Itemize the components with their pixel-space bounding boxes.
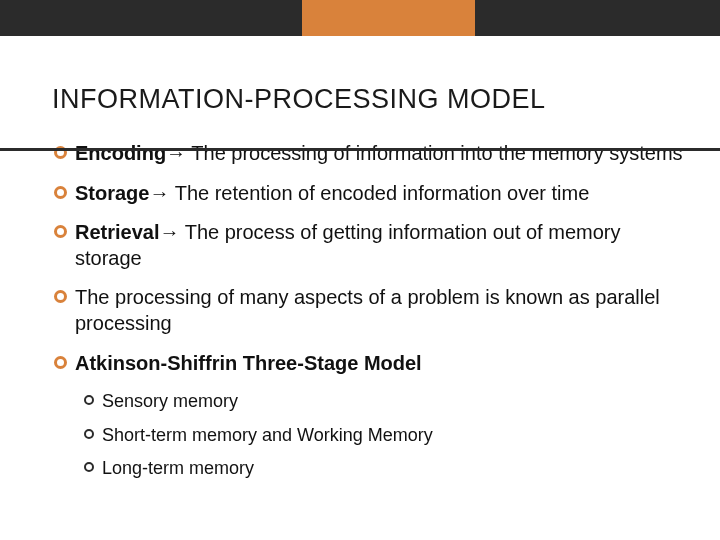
bullet-icon — [84, 462, 94, 472]
band-segment-right — [475, 0, 720, 36]
item-text: Encoding→ The processing of information … — [75, 141, 683, 167]
item-text: Long-term memory — [102, 457, 254, 480]
item-text: Sensory memory — [102, 390, 238, 413]
list-item: Long-term memory — [84, 457, 686, 480]
bullet-icon — [54, 186, 67, 199]
list-item: Retrieval→ The process of getting inform… — [54, 220, 686, 271]
bullet-icon — [54, 290, 67, 303]
item-text: Atkinson-Shiffrin Three-Stage Model — [75, 351, 422, 377]
list-item: The processing of many aspects of a prob… — [54, 285, 686, 336]
list-item: Short-term memory and Working Memory — [84, 424, 686, 447]
header-band — [0, 0, 720, 36]
list-item: Encoding→ The processing of information … — [54, 141, 686, 167]
sublist: Sensory memory Short-term memory and Wor… — [54, 390, 686, 480]
item-text: Retrieval→ The process of getting inform… — [75, 220, 686, 271]
item-text: Short-term memory and Working Memory — [102, 424, 433, 447]
item-text: The processing of many aspects of a prob… — [75, 285, 686, 336]
band-segment-left — [0, 0, 302, 36]
slide-content: Encoding→ The processing of information … — [0, 123, 720, 480]
bullet-icon — [54, 356, 67, 369]
list-item: Storage→ The retention of encoded inform… — [54, 181, 686, 207]
bullet-icon — [84, 429, 94, 439]
item-text: Storage→ The retention of encoded inform… — [75, 181, 589, 207]
bullet-icon — [84, 395, 94, 405]
list-item: Sensory memory — [84, 390, 686, 413]
title-underline — [0, 148, 720, 151]
band-segment-accent — [302, 0, 475, 36]
bullet-icon — [54, 225, 67, 238]
list-item: Atkinson-Shiffrin Three-Stage Model — [54, 351, 686, 377]
slide-title: INFORMATION-PROCESSING MODEL — [0, 36, 720, 123]
